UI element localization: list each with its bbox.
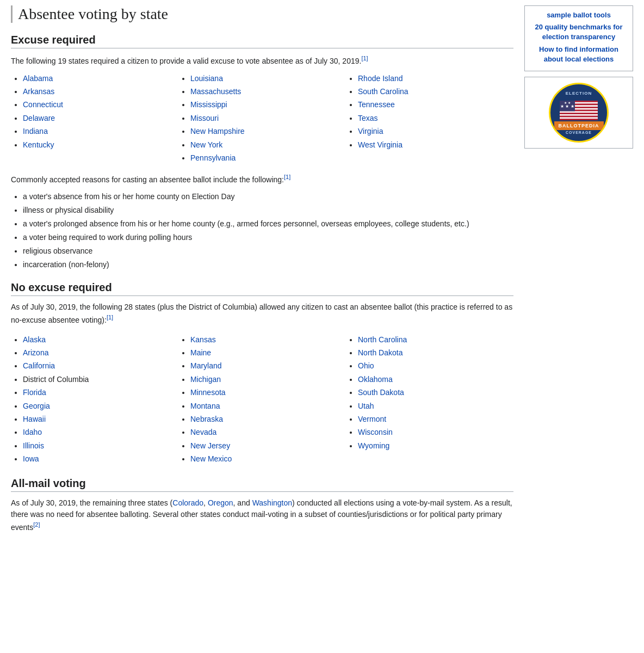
svg-rect-7 (560, 111, 598, 113)
state-link-alabama[interactable]: Alabama (23, 74, 53, 83)
state-link-hawaii[interactable]: Hawaii (23, 415, 46, 423)
list-item: North Dakota (358, 347, 513, 359)
list-item: Louisiana (190, 72, 346, 84)
state-link-indiana[interactable]: Indiana (23, 127, 48, 135)
state-link-illinois[interactable]: Illinois (23, 441, 44, 450)
no-excuse-col-3: North Carolina North Dakota Ohio Oklahom… (346, 334, 513, 466)
state-link-massachusetts[interactable]: Massachusetts (190, 87, 241, 96)
state-link-washington[interactable]: Washington (252, 498, 292, 507)
state-link-michigan[interactable]: Michigan (190, 375, 221, 384)
state-link-new-hampshire[interactable]: New Hampshire (190, 127, 245, 135)
reason-item: a voter's prolonged absence from his or … (23, 218, 513, 230)
state-link-delaware[interactable]: Delaware (23, 114, 55, 122)
ref1-link[interactable]: [1] (361, 55, 368, 61)
state-link-california[interactable]: California (23, 361, 55, 370)
state-link-south-dakota[interactable]: South Dakota (358, 388, 404, 397)
state-link-montana[interactable]: Montana (190, 402, 220, 410)
list-item: Pennsylvania (190, 152, 346, 164)
list-item: Massachusetts (190, 85, 346, 97)
badge-coverage-text: COVERAGE (566, 131, 592, 134)
state-link-nevada[interactable]: Nevada (190, 428, 216, 436)
list-item: New Mexico (190, 453, 346, 465)
badge-flag-icon: ★ ★ ★ ★ ★ (560, 101, 598, 120)
state-link-idaho[interactable]: Idaho (23, 428, 42, 436)
list-item: Iowa (23, 453, 178, 465)
state-link-wisconsin[interactable]: Wisconsin (358, 428, 393, 436)
list-item: District of Columbia (23, 373, 178, 385)
sidebar-link-sample-ballot[interactable]: sample ballot tools (529, 10, 628, 20)
list-item: Nebraska (190, 413, 346, 425)
ref1c-link[interactable]: [1] (107, 314, 113, 321)
ref1b-link[interactable]: [1] (284, 174, 290, 180)
all-mail-intro: As of July 30, 2019, the remaining three… (11, 497, 513, 533)
state-link-louisiana[interactable]: Louisiana (190, 74, 223, 83)
state-link-new-york[interactable]: New York (190, 140, 222, 149)
state-link-kentucky[interactable]: Kentucky (23, 140, 54, 149)
state-link-florida[interactable]: Florida (23, 388, 46, 397)
excuse-required-intro: The following 19 states required a citiz… (11, 54, 513, 67)
state-link-georgia[interactable]: Georgia (23, 402, 50, 410)
state-link-ohio[interactable]: Ohio (358, 361, 374, 370)
state-link-kansas[interactable]: Kansas (190, 335, 216, 344)
list-item: Connecticut (23, 98, 178, 110)
list-item: New Hampshire (190, 125, 346, 137)
state-link-connecticut[interactable]: Connecticut (23, 100, 63, 109)
reason-item: a voter's absence from his or her home c… (23, 191, 513, 202)
state-link-oklahoma[interactable]: Oklahoma (358, 375, 393, 384)
list-item: Maine (190, 347, 346, 359)
state-link-rhode-island[interactable]: Rhode Island (358, 74, 403, 83)
state-link-south-carolina[interactable]: South Carolina (358, 87, 408, 96)
state-link-maryland[interactable]: Maryland (190, 361, 222, 370)
state-link-vermont[interactable]: Vermont (358, 415, 386, 423)
no-excuse-col-2: Kansas Maine Maryland Michigan Minnesota… (178, 334, 346, 466)
reason-item: religious observance (23, 245, 513, 257)
state-link-utah[interactable]: Utah (358, 402, 374, 410)
list-item: Hawaii (23, 413, 178, 425)
list-item: Oklahoma (358, 373, 513, 385)
sidebar-link-local-elections[interactable]: How to find information about local elec… (529, 45, 628, 64)
state-link-wyoming[interactable]: Wyoming (358, 441, 389, 450)
state-link-colorado[interactable]: Colorado (172, 498, 203, 507)
reason-item: a voter being required to work during po… (23, 232, 513, 243)
state-link-oregon[interactable]: Oregon (208, 498, 233, 507)
list-item: Nevada (190, 426, 346, 438)
excuse-col-2: Louisiana Massachusetts Mississippi Miss… (178, 72, 346, 165)
state-link-nebraska[interactable]: Nebraska (190, 415, 223, 423)
sidebar-link-benchmarks[interactable]: 20 quality benchmarks for election trans… (529, 22, 628, 42)
list-item: Utah (358, 400, 513, 412)
state-link-maine[interactable]: Maine (190, 348, 211, 357)
state-link-north-dakota[interactable]: North Dakota (358, 348, 403, 357)
list-item: Minnesota (190, 386, 346, 398)
list-item: Virginia (358, 125, 513, 137)
state-link-west-virginia[interactable]: West Virginia (358, 140, 403, 149)
state-link-arizona[interactable]: Arizona (23, 348, 48, 357)
state-link-minnesota[interactable]: Minnesota (190, 388, 226, 397)
state-link-new-jersey[interactable]: New Jersey (190, 441, 230, 450)
no-excuse-heading: No excuse required (11, 281, 513, 296)
list-item: Arizona (23, 347, 178, 359)
badge-emblem: ELECTION ★ ★ ★ (549, 83, 609, 143)
state-link-iowa[interactable]: Iowa (23, 454, 39, 463)
state-link-tennessee[interactable]: Tennessee (358, 100, 395, 109)
list-item: Georgia (23, 400, 178, 412)
state-link-north-carolina[interactable]: North Carolina (358, 335, 407, 344)
list-item: Ohio (358, 360, 513, 372)
list-item: Rhode Island (358, 72, 513, 84)
list-item: Illinois (23, 440, 178, 452)
state-link-pennsylvania[interactable]: Pennsylvania (190, 153, 236, 162)
ref2-link[interactable]: [2] (33, 521, 40, 528)
state-link-arkansas[interactable]: Arkansas (23, 87, 54, 96)
reasons-intro: Commonly accepted reasons for casting an… (11, 173, 513, 186)
list-item: South Dakota (358, 386, 513, 398)
state-link-mississippi[interactable]: Mississippi (190, 100, 227, 109)
state-link-texas[interactable]: Texas (358, 114, 378, 122)
state-link-new-mexico[interactable]: New Mexico (190, 454, 232, 463)
list-item: New Jersey (190, 440, 346, 452)
state-link-missouri[interactable]: Missouri (190, 114, 219, 122)
state-link-alaska[interactable]: Alaska (23, 335, 46, 344)
list-item: West Virginia (358, 139, 513, 151)
excuse-states-columns: Alabama Arkansas Connecticut Delaware In… (11, 72, 513, 165)
list-item: Idaho (23, 426, 178, 438)
list-item: Vermont (358, 413, 513, 425)
state-link-virginia[interactable]: Virginia (358, 127, 383, 135)
